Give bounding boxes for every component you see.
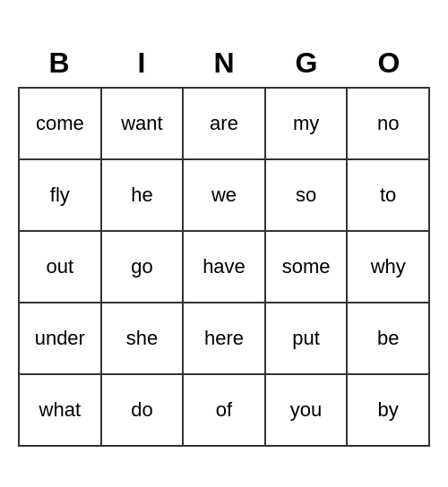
cell-r5c3: of — [184, 375, 266, 447]
header-b: B — [18, 41, 100, 85]
cell-r4c5: be — [348, 303, 430, 375]
cell-r2c5: to — [348, 160, 430, 232]
cell-r3c5: why — [348, 232, 430, 303]
cell-r4c1: under — [20, 303, 102, 375]
cell-r4c4: put — [266, 303, 349, 375]
cell-r1c1: come — [20, 89, 102, 160]
cell-r1c2: want — [102, 89, 185, 160]
cell-r2c2: he — [102, 160, 185, 232]
header-n: N — [183, 41, 265, 85]
cell-r2c4: so — [266, 160, 349, 232]
header-o: O — [348, 41, 430, 85]
cell-r2c1: fly — [20, 160, 102, 232]
header-i: I — [100, 41, 183, 85]
cell-r1c4: my — [266, 89, 349, 160]
cell-r1c3: are — [184, 89, 266, 160]
cell-r5c1: what — [20, 375, 102, 447]
cell-r4c2: she — [102, 303, 185, 375]
cell-r5c5: by — [348, 375, 430, 447]
cell-r3c2: go — [102, 232, 185, 303]
header-g: G — [265, 41, 348, 85]
cell-r1c5: no — [348, 89, 430, 160]
bingo-header: B I N G O — [18, 41, 430, 85]
cell-r3c3: have — [184, 232, 266, 303]
cell-r2c3: we — [184, 160, 266, 232]
cell-r3c4: some — [266, 232, 349, 303]
cell-r3c1: out — [20, 232, 102, 303]
bingo-grid: come want are my no fly he we so to out … — [18, 87, 430, 447]
cell-r5c4: you — [266, 375, 349, 447]
cell-r5c2: do — [102, 375, 185, 447]
bingo-card: B I N G O come want are my no fly he we … — [18, 41, 430, 447]
cell-r4c3: here — [184, 303, 266, 375]
